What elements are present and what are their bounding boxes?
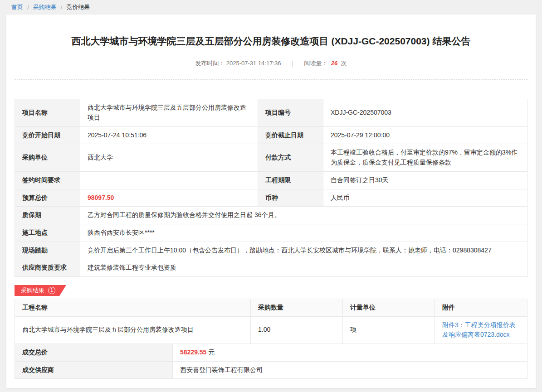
result-attachment-cell: 附件3：工程类分项报价表及响应偏离表0723.docx — [435, 316, 527, 344]
result-table: 工程名称 采购数量 计量单位 附件 西北大学城市与环境学院三层及五层部分公用房装… — [15, 299, 527, 344]
deal-total-unit: 元 — [208, 348, 215, 356]
result-header-name: 工程名称 — [15, 299, 251, 316]
result-quantity: 1.00 — [251, 316, 343, 344]
deal-supplier-label: 成交供应商 — [15, 361, 173, 379]
info-value-currency: 人民币 — [323, 189, 527, 207]
project-info-table: 项目名称 西北大学城市与环境学院三层及五层部分公用房装修改造项目 项目编号 XD… — [15, 99, 527, 277]
info-label-site: 施工地点 — [15, 224, 80, 242]
table-row: 供应商资质要求 建筑装修装饰工程专业承包资质 — [15, 259, 527, 277]
deal-supplier-value: 西安喜登门装饰工程有限公司 — [173, 361, 527, 379]
info-value-signing-time — [80, 171, 258, 189]
breadcrumb-procurement-results-link[interactable]: 采购结果 — [33, 3, 57, 11]
result-data-row: 西北大学城市与环境学院三层及五层部分公用房装修改造项目 1.00 项 附件3：工… — [15, 316, 527, 344]
breadcrumb-separator: / — [61, 4, 63, 11]
meta-divider: | — [292, 60, 293, 67]
result-section-tag: 采购结果 1 — [15, 285, 66, 296]
info-value-budget: 98097.50 — [80, 189, 258, 207]
result-count-badge: 1 — [48, 287, 55, 294]
info-label-budget: 预算总价 — [15, 189, 80, 207]
info-label-project-name: 项目名称 — [15, 99, 80, 126]
attachment-link[interactable]: 附件3：工程类分项报价表及响应偏离表0723.docx — [442, 320, 520, 340]
table-row: 质保期 乙方对合同工程的质量保修期为验收合格并交付使用之日起 36个月。 — [15, 207, 527, 224]
result-header-attachment: 附件 — [435, 299, 527, 316]
result-header-row: 工程名称 采购数量 计量单位 附件 — [15, 299, 527, 316]
announcement-meta: 发布时间： 2025-07-31 14:17:36 | 阅读量： 26 次 — [15, 59, 527, 68]
info-value-qualification: 建筑装修装饰工程专业承包资质 — [80, 259, 527, 277]
info-label-bid-start: 竞价开始日期 — [15, 126, 80, 144]
result-summary-table: 成交总价 58229.55 元 成交供应商 西安喜登门装饰工程有限公司 — [15, 344, 527, 379]
result-header-unit: 计量单位 — [343, 299, 435, 316]
info-value-bid-start: 2025-07-24 10:51:06 — [80, 126, 258, 144]
info-value-site-visit: 竞价开启后第三个工作日上午10:00（包含公告发布日），踏勘地点：西北大学长安校… — [80, 242, 527, 259]
info-label-duration: 工程期限 — [258, 171, 323, 189]
info-value-project-code: XDJJ-GC-202507003 — [323, 99, 527, 126]
info-value-project-name: 西北大学城市与环境学院三层及五层部分公用房装修改造项目 — [80, 99, 258, 126]
info-label-warranty: 质保期 — [15, 207, 80, 224]
table-row: 成交供应商 西安喜登门装饰工程有限公司 — [15, 361, 527, 379]
table-row: 采购单位 西北大学 付款方式 本工程竣工验收合格后，付至审定价款的97%，留审定… — [15, 144, 527, 171]
info-label-payment: 付款方式 — [258, 144, 323, 171]
table-row: 成交总价 58229.55 元 — [15, 344, 527, 362]
breadcrumb: 首页 / 采购结果 / 竞价结果 — [0, 0, 542, 15]
breadcrumb-separator: / — [27, 4, 29, 11]
views-count: 26 — [331, 60, 337, 67]
result-tag-label: 采购结果 — [21, 286, 44, 295]
breadcrumb-home-link[interactable]: 首页 — [11, 3, 23, 11]
info-value-duration: 自合同签订之日30天 — [323, 171, 527, 189]
info-value-payment: 本工程竣工验收合格后，付至审定价款的97%，留审定金额的3%作为质保金，质保金支… — [323, 144, 527, 171]
views-unit: 次 — [341, 60, 347, 67]
info-value-purchaser: 西北大学 — [80, 144, 258, 171]
info-label-bid-end: 竞价截止日期 — [258, 126, 323, 144]
announcement-card: 西北大学城市与环境学院三层及五层部分公用房装修改造项目 (XDJJ-GC-202… — [6, 15, 536, 388]
deal-total-label: 成交总价 — [15, 344, 173, 362]
result-header-quantity: 采购数量 — [251, 299, 343, 316]
table-row: 竞价开始日期 2025-07-24 10:51:06 竞价截止日期 2025-0… — [15, 126, 527, 144]
budget-amount: 98097.50 — [88, 194, 114, 201]
page-title: 西北大学城市与环境学院三层及五层部分公用房装修改造项目 (XDJJ-GC-202… — [15, 15, 527, 48]
deal-total-value: 58229.55 元 — [173, 344, 527, 362]
table-row: 预算总价 98097.50 币种 人民币 — [15, 189, 527, 207]
result-project-name: 西北大学城市与环境学院三层及五层部分公用房装修改造项目 — [15, 316, 251, 344]
info-value-bid-end: 2025-07-29 12:00:00 — [323, 126, 527, 144]
table-row: 项目名称 西北大学城市与环境学院三层及五层部分公用房装修改造项目 项目编号 XD… — [15, 99, 527, 126]
info-label-currency: 币种 — [258, 189, 323, 207]
breadcrumb-current-page: 竞价结果 — [66, 3, 90, 11]
info-label-site-visit: 现场踏勘 — [15, 242, 80, 259]
info-value-warranty: 乙方对合同工程的质量保修期为验收合格并交付使用之日起 36个月。 — [80, 207, 527, 224]
result-unit: 项 — [343, 316, 435, 344]
info-label-purchaser: 采购单位 — [15, 144, 80, 171]
table-row: 现场踏勘 竞价开启后第三个工作日上午10:00（包含公告发布日），踏勘地点：西北… — [15, 242, 527, 259]
table-row: 施工地点 陕西省西安市长安区**** — [15, 224, 527, 242]
info-label-qualification: 供应商资质要求 — [15, 259, 80, 277]
publish-time-label: 发布时间： — [195, 60, 225, 67]
deal-total-amount: 58229.55 — [180, 348, 206, 356]
info-label-project-code: 项目编号 — [258, 99, 323, 126]
info-value-site: 陕西省西安市长安区**** — [80, 224, 527, 242]
info-label-signing-time: 签约时间要求 — [15, 171, 80, 189]
publish-time-value: 2025-07-31 14:17:36 — [226, 60, 281, 67]
table-row: 签约时间要求 工程期限 自合同签订之日30天 — [15, 171, 527, 189]
views-label: 阅读量： — [304, 60, 327, 67]
dashed-divider — [15, 79, 527, 80]
